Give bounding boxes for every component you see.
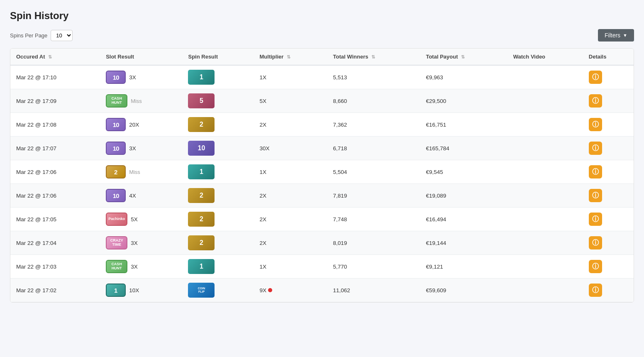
cell-multiplier: 5X bbox=[254, 89, 327, 113]
cell-occurred-at: Mar 22 @ 17:03 bbox=[10, 255, 100, 279]
table-row: Mar 22 @ 17:07 10 3X 10 30X 6,718 €165,7… bbox=[10, 137, 634, 160]
col-total-winners[interactable]: Total Winners ⇅ bbox=[327, 49, 420, 65]
cell-slot-result: 10 3X bbox=[100, 137, 182, 160]
spin-history-table: Occured At ⇅ Slot Result Spin Result Mul… bbox=[10, 49, 634, 302]
cell-watch-video bbox=[507, 279, 583, 302]
cell-total-winners: 7,819 bbox=[327, 184, 420, 208]
col-total-payout[interactable]: Total Payout ⇅ bbox=[420, 49, 507, 65]
table-row: Mar 22 @ 17:09 CASHHUNT Miss 5 5X 8,660 … bbox=[10, 89, 634, 113]
cell-total-payout: €165,784 bbox=[420, 137, 507, 160]
cell-multiplier: 1X bbox=[254, 255, 327, 279]
table-row: Mar 22 @ 17:04 CRAZYTIME 3X 2 2X 8,019 €… bbox=[10, 231, 634, 255]
cell-spin-result: 1 bbox=[182, 160, 254, 184]
cell-watch-video bbox=[507, 89, 583, 113]
col-details: Details bbox=[583, 49, 634, 65]
col-spin-result: Spin Result bbox=[182, 49, 254, 65]
cell-details: ⓘ bbox=[583, 279, 634, 302]
spins-per-page-label: Spins Per Page bbox=[10, 32, 47, 39]
sort-icon-occurred: ⇅ bbox=[48, 54, 52, 60]
details-button[interactable]: ⓘ bbox=[589, 94, 602, 108]
cell-total-winners: 7,362 bbox=[327, 113, 420, 137]
cell-details: ⓘ bbox=[583, 160, 634, 184]
cell-spin-result: 1 bbox=[182, 65, 254, 89]
cell-total-payout: €9,963 bbox=[420, 65, 507, 89]
table-row: Mar 22 @ 17:03 CASHHUNT 3X 1 1X 5,770 €9… bbox=[10, 255, 634, 279]
spins-per-page-control: Spins Per Page 10 25 50 bbox=[10, 30, 73, 41]
cell-watch-video bbox=[507, 65, 583, 89]
details-button[interactable]: ⓘ bbox=[589, 284, 602, 297]
filters-arrow-icon: ▼ bbox=[623, 33, 627, 38]
table-row: Mar 22 @ 17:06 10 4X 2 2X 7,819 €19,089 … bbox=[10, 184, 634, 208]
details-button[interactable]: ⓘ bbox=[589, 236, 602, 249]
cell-slot-result: CASHHUNT Miss bbox=[100, 89, 182, 113]
cell-details: ⓘ bbox=[583, 231, 634, 255]
cell-multiplier: 30X bbox=[254, 137, 327, 160]
spin-history-table-container: Occured At ⇅ Slot Result Spin Result Mul… bbox=[10, 48, 634, 303]
cell-occurred-at: Mar 22 @ 17:07 bbox=[10, 137, 100, 160]
table-row: Mar 22 @ 17:06 2 Miss 1 1X 5,504 €9,545 … bbox=[10, 160, 634, 184]
cell-watch-video bbox=[507, 113, 583, 137]
cell-multiplier: 1X bbox=[254, 160, 327, 184]
cell-occurred-at: Mar 22 @ 17:08 bbox=[10, 113, 100, 137]
cell-details: ⓘ bbox=[583, 208, 634, 231]
details-button[interactable]: ⓘ bbox=[589, 118, 602, 131]
cell-slot-result: 10 4X bbox=[100, 184, 182, 208]
cell-slot-result: 2 Miss bbox=[100, 160, 182, 184]
details-button[interactable]: ⓘ bbox=[589, 71, 602, 84]
toolbar: Spins Per Page 10 25 50 Filters ▼ bbox=[10, 29, 634, 42]
cell-occurred-at: Mar 22 @ 17:09 bbox=[10, 89, 100, 113]
cell-watch-video bbox=[507, 208, 583, 231]
cell-slot-result: CRAZYTIME 3X bbox=[100, 231, 182, 255]
details-button[interactable]: ⓘ bbox=[589, 142, 602, 155]
sort-icon-multiplier: ⇅ bbox=[287, 54, 290, 60]
details-button[interactable]: ⓘ bbox=[589, 213, 602, 226]
cell-slot-result: CASHHUNT 3X bbox=[100, 255, 182, 279]
cell-watch-video bbox=[507, 255, 583, 279]
cell-occurred-at: Mar 22 @ 17:05 bbox=[10, 208, 100, 231]
cell-spin-result: 2 bbox=[182, 113, 254, 137]
page-title: Spin History bbox=[10, 10, 634, 22]
table-body: Mar 22 @ 17:10 10 3X 1 1X 5,513 €9,963 ⓘ… bbox=[10, 65, 634, 302]
sort-icon-winners: ⇅ bbox=[371, 54, 375, 60]
spins-per-page-select[interactable]: 10 25 50 bbox=[51, 30, 73, 41]
cell-total-winners: 11,062 bbox=[327, 279, 420, 302]
col-watch-video: Watch Video bbox=[507, 49, 583, 65]
cell-total-payout: €19,089 bbox=[420, 184, 507, 208]
cell-slot-result: Pachinko 5X bbox=[100, 208, 182, 231]
cell-spin-result: COIN FLIP bbox=[182, 279, 254, 302]
cell-occurred-at: Mar 22 @ 17:06 bbox=[10, 184, 100, 208]
cell-total-payout: €16,494 bbox=[420, 208, 507, 231]
cell-occurred-at: Mar 22 @ 17:04 bbox=[10, 231, 100, 255]
cell-spin-result: 10 bbox=[182, 137, 254, 160]
cell-watch-video bbox=[507, 137, 583, 160]
table-row: Mar 22 @ 17:08 10 20X 2 2X 7,362 €16,751… bbox=[10, 113, 634, 137]
cell-total-winners: 5,513 bbox=[327, 65, 420, 89]
filters-button[interactable]: Filters ▼ bbox=[598, 29, 634, 42]
col-slot-result: Slot Result bbox=[100, 49, 182, 65]
cell-occurred-at: Mar 22 @ 17:06 bbox=[10, 160, 100, 184]
cell-multiplier: 2X bbox=[254, 184, 327, 208]
cell-total-winners: 5,504 bbox=[327, 160, 420, 184]
cell-details: ⓘ bbox=[583, 137, 634, 160]
details-button[interactable]: ⓘ bbox=[589, 165, 602, 178]
cell-total-payout: €9,545 bbox=[420, 160, 507, 184]
col-multiplier[interactable]: Multiplier ⇅ bbox=[254, 49, 327, 65]
table-row: Mar 22 @ 17:05 Pachinko 5X 2 2X 7,748 €1… bbox=[10, 208, 634, 231]
details-button[interactable]: ⓘ bbox=[589, 189, 602, 202]
cell-occurred-at: Mar 22 @ 17:10 bbox=[10, 65, 100, 89]
table-row: Mar 22 @ 17:02 1 10X COIN FLIP 9X 11,062… bbox=[10, 279, 634, 302]
cell-occurred-at: Mar 22 @ 17:02 bbox=[10, 279, 100, 302]
cell-multiplier: 2X bbox=[254, 113, 327, 137]
cell-watch-video bbox=[507, 231, 583, 255]
cell-total-payout: €19,144 bbox=[420, 231, 507, 255]
details-button[interactable]: ⓘ bbox=[589, 260, 602, 273]
col-occurred-at[interactable]: Occured At ⇅ bbox=[10, 49, 100, 65]
cell-spin-result: 1 bbox=[182, 255, 254, 279]
cell-watch-video bbox=[507, 160, 583, 184]
cell-multiplier: 2X bbox=[254, 208, 327, 231]
cell-details: ⓘ bbox=[583, 89, 634, 113]
cell-spin-result: 2 bbox=[182, 184, 254, 208]
cell-details: ⓘ bbox=[583, 65, 634, 89]
cell-total-payout: €59,609 bbox=[420, 279, 507, 302]
cell-details: ⓘ bbox=[583, 113, 634, 137]
